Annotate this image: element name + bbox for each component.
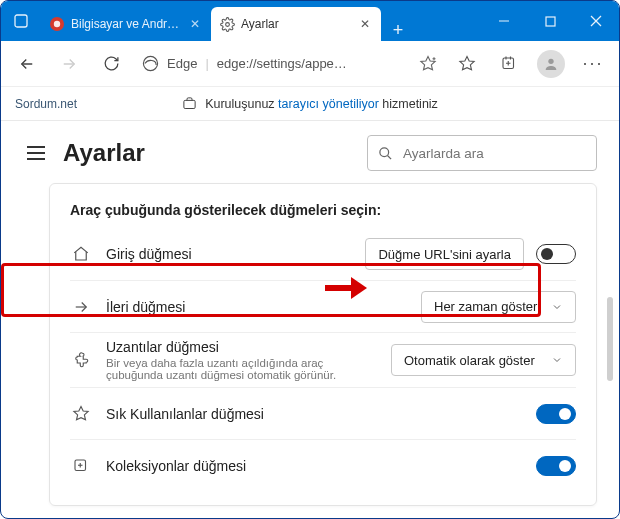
search-icon — [378, 146, 393, 161]
row-label: Koleksiyonlar düğmesi — [106, 458, 522, 474]
tab-label: Ayarlar — [241, 17, 351, 31]
home-toggle[interactable] — [536, 244, 576, 264]
svg-point-14 — [548, 58, 553, 63]
collections-button[interactable] — [491, 46, 527, 82]
menu-button[interactable]: ··· — [575, 46, 611, 82]
favicon-red-icon — [49, 16, 65, 32]
set-home-url-button[interactable]: Düğme URL'sini ayarla — [365, 238, 524, 270]
window-controls — [481, 1, 619, 41]
gear-icon — [219, 16, 235, 32]
window-tab-overview-icon[interactable] — [1, 13, 41, 29]
svg-rect-15 — [184, 100, 195, 108]
chevron-down-icon — [551, 354, 563, 366]
managed-text: Kuruluşunuz tarayıcı yönetiliyor hizmeti… — [205, 97, 438, 111]
back-button[interactable] — [9, 46, 45, 82]
puzzle-icon — [70, 351, 92, 369]
watermark-text: Sordum.net — [15, 97, 77, 111]
svg-line-20 — [388, 155, 391, 158]
favorites-button[interactable] — [449, 46, 485, 82]
edge-logo-icon — [141, 55, 159, 73]
row-label: İleri düğmesi — [106, 299, 407, 315]
browser-toolbar: Edge | edge://settings/appe… ··· — [1, 41, 619, 87]
card-title: Araç çubuğunda gösterilecek düğmeleri se… — [70, 202, 576, 218]
address-url: edge://settings/appe… — [217, 56, 347, 71]
extensions-visibility-dropdown[interactable]: Otomatik olarak göster — [391, 344, 576, 376]
hamburger-menu-button[interactable] — [23, 140, 49, 166]
scrollbar-thumb[interactable] — [607, 297, 613, 381]
svg-point-3 — [225, 22, 229, 26]
minimize-button[interactable] — [481, 1, 527, 41]
star-icon — [70, 405, 92, 423]
managed-banner: Sordum.net Kuruluşunuz tarayıcı yönetili… — [1, 87, 619, 121]
browser-tab-inactive[interactable]: Bilgisayar ve Android ✕ — [41, 7, 211, 41]
row-label: Sık Kullanılanlar düğmesi — [106, 406, 522, 422]
page-title: Ayarlar — [63, 139, 145, 167]
maximize-button[interactable] — [527, 1, 573, 41]
row-extensions-button: Uzantılar düğmesi Bir veya daha fazla uz… — [70, 332, 576, 387]
row-home-button: Giriş düğmesi Düğme URL'sini ayarla — [70, 228, 576, 280]
close-icon[interactable]: ✕ — [357, 16, 373, 32]
row-forward-button: İleri düğmesi Her zaman göster — [70, 280, 576, 332]
home-icon — [70, 245, 92, 263]
browser-tab-active[interactable]: Ayarlar ✕ — [211, 7, 381, 41]
settings-search-input[interactable] — [403, 146, 586, 161]
close-window-button[interactable] — [573, 1, 619, 41]
chevron-down-icon — [551, 301, 563, 313]
tab-strip: Bilgisayar ve Android ✕ Ayarlar ✕ + — [41, 1, 415, 41]
toolbar-buttons-card: Araç çubuğunda gösterilecek düğmeleri se… — [49, 183, 597, 506]
new-tab-button[interactable]: + — [381, 20, 415, 41]
svg-point-19 — [380, 147, 389, 156]
row-collections-button: Koleksiyonlar düğmesi — [70, 439, 576, 491]
row-label: Giriş düğmesi — [106, 246, 351, 262]
forward-visibility-dropdown[interactable]: Her zaman göster — [421, 291, 576, 323]
window-titlebar: Bilgisayar ve Android ✕ Ayarlar ✕ + — [1, 1, 619, 41]
page-header: Ayarlar — [1, 121, 619, 183]
collections-icon — [70, 457, 92, 475]
arrow-right-icon — [70, 298, 92, 316]
separator: | — [205, 56, 208, 71]
row-description: Bir veya daha fazla uzantı açıldığında a… — [106, 357, 377, 381]
settings-search[interactable] — [367, 135, 597, 171]
avatar-icon — [537, 50, 565, 78]
close-icon[interactable]: ✕ — [187, 16, 203, 32]
row-favorites-button: Sık Kullanılanlar düğmesi — [70, 387, 576, 439]
profile-button[interactable] — [533, 46, 569, 82]
address-product-label: Edge — [167, 56, 197, 71]
svg-point-2 — [54, 21, 60, 27]
svg-rect-0 — [15, 15, 27, 27]
forward-button — [51, 46, 87, 82]
row-label: Uzantılar düğmesi — [106, 339, 377, 355]
address-bar[interactable]: Edge | edge://settings/appe… — [135, 55, 443, 73]
collections-toggle[interactable] — [536, 456, 576, 476]
tab-label: Bilgisayar ve Android — [71, 17, 181, 31]
managed-link[interactable]: tarayıcı yönetiliyor — [278, 97, 379, 111]
briefcase-icon — [182, 96, 197, 111]
add-favorite-icon[interactable] — [419, 55, 437, 73]
svg-rect-5 — [546, 17, 555, 26]
favorites-toggle[interactable] — [536, 404, 576, 424]
reload-button[interactable] — [93, 46, 129, 82]
